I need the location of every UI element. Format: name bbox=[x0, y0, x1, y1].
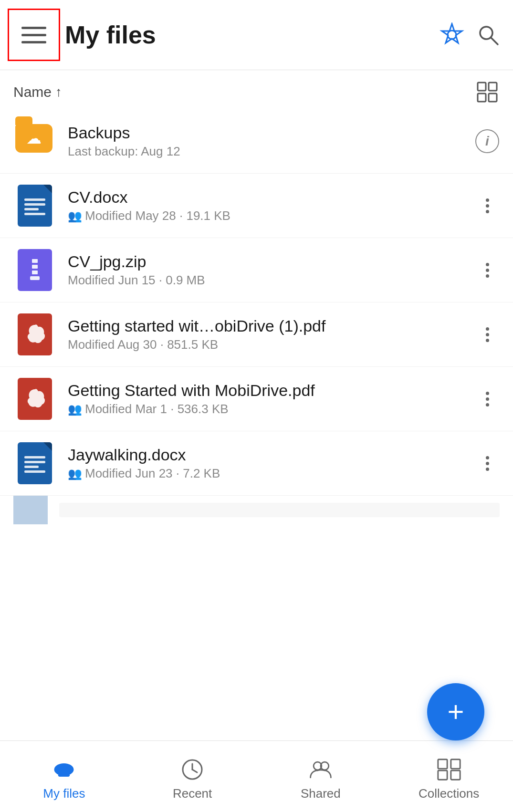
svg-rect-11 bbox=[30, 276, 40, 280]
docx-icon bbox=[13, 442, 56, 485]
badge-icon[interactable] bbox=[439, 21, 465, 48]
search-button[interactable] bbox=[475, 21, 502, 48]
svg-rect-6 bbox=[478, 94, 486, 102]
file-info: Jaywalking.docx 👥 Modified Jun 23 · 7.2 … bbox=[68, 446, 475, 481]
svg-rect-5 bbox=[489, 83, 497, 91]
header: My files bbox=[0, 0, 513, 70]
shared-icon: 👥 bbox=[68, 403, 82, 416]
sort-bar: Name ↑ bbox=[0, 70, 513, 109]
file-info: CV_jpg.zip Modified Jun 15 · 0.9 MB bbox=[68, 252, 475, 288]
page-title: My files bbox=[60, 21, 439, 49]
nav-label-recent: Recent bbox=[173, 786, 212, 801]
file-meta: 👥 Modified Mar 1 · 536.3 KB bbox=[68, 402, 475, 416]
file-info: CV.docx 👥 Modified May 28 · 19.1 KB bbox=[68, 188, 475, 223]
more-button[interactable] bbox=[475, 386, 500, 411]
nav-item-my-files[interactable]: My files bbox=[0, 752, 128, 801]
list-item[interactable]: Jaywalking.docx 👥 Modified Jun 23 · 7.2 … bbox=[0, 431, 513, 496]
add-icon: + bbox=[447, 697, 464, 726]
file-name: CV.docx bbox=[68, 188, 475, 207]
file-meta: 👥 Modified May 28 · 19.1 KB bbox=[68, 208, 475, 223]
nav-item-shared[interactable]: Shared bbox=[257, 752, 385, 801]
svg-marker-0 bbox=[442, 24, 462, 43]
file-info: Backups Last backup: Aug 12 bbox=[68, 124, 475, 159]
svg-rect-8 bbox=[32, 259, 38, 263]
list-item[interactable]: ☁ Backups Last backup: Aug 12 i bbox=[0, 109, 513, 174]
svg-line-3 bbox=[491, 38, 498, 44]
list-item[interactable]: Getting started wit…obiDrive (1).pdf Mod… bbox=[0, 302, 513, 367]
more-button[interactable] bbox=[475, 193, 500, 218]
more-button[interactable] bbox=[475, 258, 500, 282]
svg-rect-4 bbox=[478, 83, 486, 91]
file-name: Jaywalking.docx bbox=[68, 446, 475, 464]
nav-label-shared: Shared bbox=[301, 786, 341, 801]
more-button[interactable] bbox=[475, 322, 500, 347]
folder-icon: ☁ bbox=[13, 120, 56, 163]
header-actions bbox=[439, 21, 502, 48]
nav-item-collections[interactable]: Collections bbox=[385, 752, 513, 801]
more-icon bbox=[486, 456, 489, 471]
list-item-partial bbox=[0, 496, 513, 524]
svg-rect-7 bbox=[489, 94, 497, 102]
svg-rect-15 bbox=[58, 771, 70, 777]
svg-line-18 bbox=[192, 770, 197, 772]
shared-icon: 👥 bbox=[68, 209, 82, 223]
svg-rect-24 bbox=[450, 770, 460, 780]
cloud-icon: ☁ bbox=[26, 129, 42, 147]
more-icon bbox=[486, 327, 489, 342]
more-icon bbox=[486, 392, 489, 406]
more-button[interactable] bbox=[475, 451, 500, 476]
sort-label-text: Name bbox=[13, 84, 52, 100]
nav-label-collections: Collections bbox=[419, 786, 479, 801]
bottom-navigation: My files Recent Shared bbox=[0, 740, 513, 812]
pdf-icon bbox=[13, 377, 56, 420]
info-icon: i bbox=[475, 129, 499, 153]
file-meta: Modified Aug 30 · 851.5 KB bbox=[68, 337, 475, 352]
menu-bar-2 bbox=[21, 34, 46, 36]
view-toggle-button[interactable] bbox=[475, 80, 500, 104]
zip-icon bbox=[13, 249, 56, 291]
sort-control[interactable]: Name ↑ bbox=[13, 84, 62, 100]
recent-nav-icon bbox=[179, 757, 205, 782]
sort-arrow: ↑ bbox=[55, 84, 62, 100]
file-name: CV_jpg.zip bbox=[68, 252, 475, 271]
more-icon bbox=[486, 198, 489, 213]
more-icon bbox=[486, 263, 489, 278]
list-item[interactable]: CV.docx 👥 Modified May 28 · 19.1 KB bbox=[0, 174, 513, 238]
pdf-icon bbox=[13, 313, 56, 356]
collections-nav-icon bbox=[436, 757, 462, 782]
svg-rect-23 bbox=[438, 770, 447, 780]
file-meta: 👥 Modified Jun 23 · 7.2 KB bbox=[68, 466, 475, 481]
list-item[interactable]: Getting Started with MobiDrive.pdf 👥 Mod… bbox=[0, 367, 513, 431]
file-name: Getting Started with MobiDrive.pdf bbox=[68, 381, 475, 400]
svg-rect-22 bbox=[450, 760, 460, 769]
nav-label-my-files: My files bbox=[43, 786, 85, 801]
svg-rect-9 bbox=[32, 265, 38, 269]
my-files-nav-icon bbox=[51, 757, 77, 782]
nav-item-recent[interactable]: Recent bbox=[128, 752, 257, 801]
file-list: ☁ Backups Last backup: Aug 12 i CV bbox=[0, 109, 513, 610]
list-item[interactable]: CV_jpg.zip Modified Jun 15 · 0.9 MB bbox=[0, 238, 513, 302]
file-meta: Last backup: Aug 12 bbox=[68, 144, 475, 159]
menu-bar-1 bbox=[21, 27, 46, 29]
svg-rect-21 bbox=[438, 760, 447, 769]
file-info: Getting Started with MobiDrive.pdf 👥 Mod… bbox=[68, 381, 475, 416]
menu-bar-3 bbox=[21, 41, 46, 43]
file-meta: Modified Jun 15 · 0.9 MB bbox=[68, 273, 475, 288]
shared-icon: 👥 bbox=[68, 467, 82, 480]
add-button[interactable]: + bbox=[427, 683, 484, 740]
svg-rect-10 bbox=[32, 271, 38, 274]
file-name: Backups bbox=[68, 124, 475, 142]
info-button[interactable]: i bbox=[475, 129, 500, 154]
file-name: Getting started wit…obiDrive (1).pdf bbox=[68, 317, 475, 335]
menu-button[interactable] bbox=[8, 9, 60, 61]
file-info: Getting started wit…obiDrive (1).pdf Mod… bbox=[68, 317, 475, 352]
shared-nav-icon bbox=[308, 757, 334, 782]
docx-icon bbox=[13, 184, 56, 227]
